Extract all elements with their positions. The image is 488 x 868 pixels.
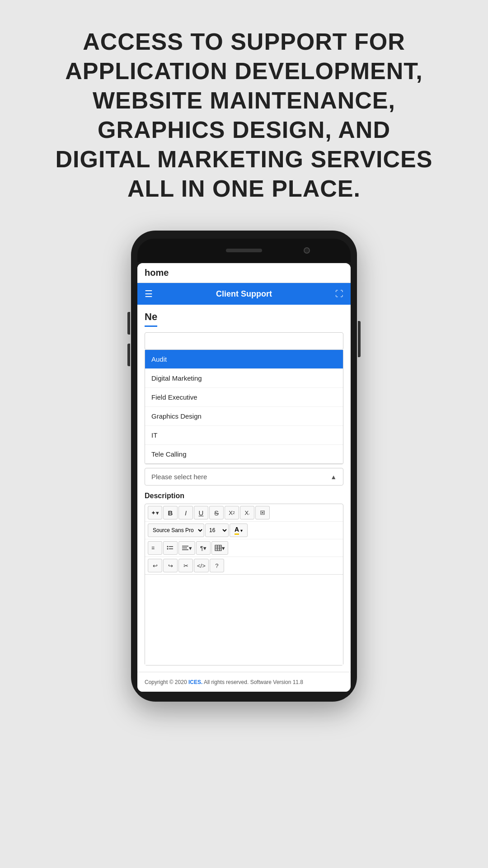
- dropdown-item-graphics-design[interactable]: Graphics Design: [145, 407, 343, 426]
- font-family-selector[interactable]: Source Sans Pro: [148, 524, 204, 537]
- app-bar-title: home: [145, 268, 169, 278]
- dropdown-container: Audit Digital Marketing Field Executive …: [145, 332, 343, 486]
- underline-button[interactable]: U: [194, 506, 208, 519]
- please-select-bar[interactable]: Please select here ▲: [145, 468, 343, 486]
- app-bar: home: [137, 263, 351, 283]
- dropdown-item-audit[interactable]: Audit: [145, 350, 343, 369]
- dropdown-item-tele-calling[interactable]: Tele Calling: [145, 445, 343, 464]
- dropdown-item-field-executive[interactable]: Field Executive: [145, 388, 343, 407]
- phone-camera: [304, 247, 310, 254]
- footer-text: Copyright © 2020 ICES. All rights reserv…: [145, 679, 303, 685]
- superscript-button[interactable]: X2: [225, 506, 239, 519]
- dropdown-item-it[interactable]: IT: [145, 426, 343, 445]
- alignment-button[interactable]: ▾: [178, 541, 195, 555]
- table-button[interactable]: ▾: [211, 541, 228, 555]
- rte-toolbar: ✦▾ B I U S X2 X,: [145, 504, 343, 575]
- new-label: Ne: [145, 311, 157, 327]
- svg-rect-8: [215, 545, 221, 551]
- page-headline: ACCESS TO SUPPORT FOR APPLICATION DEVELO…: [50, 27, 438, 203]
- svg-point-1: [167, 546, 169, 547]
- rte-content[interactable]: [145, 575, 343, 665]
- please-select-label: Please select here: [151, 473, 207, 481]
- volume-down-button: [127, 344, 130, 366]
- strikethrough-button[interactable]: S: [209, 506, 224, 519]
- volume-up-button: [127, 312, 130, 335]
- phone-footer: Copyright © 2020 ICES. All rights reserv…: [137, 672, 351, 692]
- power-button: [358, 321, 361, 357]
- bold-button[interactable]: B: [163, 506, 178, 519]
- hamburger-icon[interactable]: ☰: [145, 288, 153, 299]
- color-dropdown-arrow: ▾: [240, 528, 243, 533]
- toolbar-row-2: Source Sans Pro 16 A ▾: [145, 522, 343, 539]
- ordered-list-button[interactable]: ≡: [148, 541, 162, 555]
- blue-header: ☰ Client Support ⛶: [137, 283, 351, 305]
- text-color-button[interactable]: A ▾: [230, 524, 248, 537]
- subscript-button[interactable]: X,: [240, 506, 254, 519]
- dropdown-search-input[interactable]: [145, 332, 343, 350]
- phone-frame: home ☰ Client Support ⛶ Ne Audit Digital…: [131, 231, 357, 702]
- cut-button[interactable]: ✂: [178, 559, 193, 572]
- svg-point-2: [167, 548, 169, 550]
- unordered-list-button[interactable]: [163, 541, 178, 555]
- svg-text:≡: ≡: [151, 545, 155, 551]
- phone-notch: [137, 239, 351, 262]
- dropdown-item-digital-marketing[interactable]: Digital Marketing: [145, 369, 343, 388]
- paragraph-button[interactable]: ¶▾: [196, 541, 211, 555]
- form-area: Ne Audit Digital Marketing Field Executi…: [137, 305, 351, 672]
- toolbar-row-3: ≡: [145, 539, 343, 557]
- footer-suffix: All rights reserved. Software Version 11…: [202, 679, 303, 685]
- undo-button[interactable]: ↩: [148, 559, 162, 572]
- dropdown-list: Audit Digital Marketing Field Executive …: [145, 350, 343, 464]
- footer-brand: ICES.: [188, 679, 202, 685]
- redo-button[interactable]: ↪: [163, 559, 178, 572]
- phone-screen: home ☰ Client Support ⛶ Ne Audit Digital…: [137, 263, 351, 692]
- clear-formatting-button[interactable]: [255, 506, 270, 519]
- special-button[interactable]: ✦▾: [148, 506, 162, 519]
- color-a-label: A: [235, 526, 239, 535]
- toolbar-row-4: ↩ ↪ ✂ </> ?: [145, 557, 343, 574]
- italic-button[interactable]: I: [178, 506, 193, 519]
- blue-header-title: Client Support: [216, 289, 272, 299]
- description-label: Description: [145, 492, 343, 500]
- phone-speaker: [226, 249, 262, 252]
- rich-text-editor: ✦▾ B I U S X2 X,: [145, 504, 343, 665]
- font-size-selector[interactable]: 16: [205, 524, 229, 537]
- select-arrow-icon: ▲: [330, 473, 337, 481]
- footer-copyright: Copyright © 2020: [145, 679, 188, 685]
- help-button[interactable]: ?: [210, 559, 224, 572]
- expand-icon[interactable]: ⛶: [335, 289, 343, 299]
- source-code-button[interactable]: </>: [194, 559, 209, 572]
- toolbar-row-1: ✦▾ B I U S X2 X,: [145, 504, 343, 522]
